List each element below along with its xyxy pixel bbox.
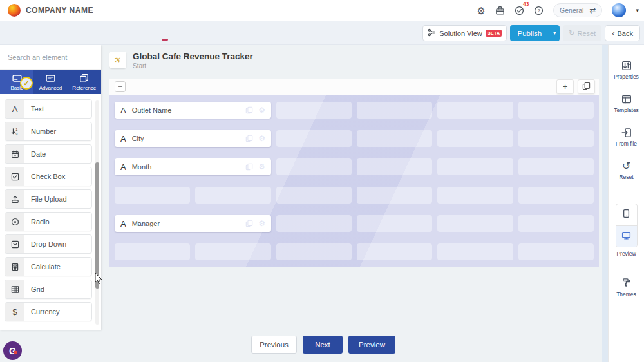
help-icon[interactable]: ? [534,6,544,15]
canvas-scroll-track[interactable] [602,45,608,362]
field-copy-icon[interactable] [245,135,253,142]
text-field-type-icon: A [120,162,126,172]
tools-rail: Properties Templates From file ↺ Reset P… [608,45,644,362]
mouse-cursor [95,273,103,287]
workspace-name: General [560,6,583,14]
element-item[interactable]: Date [5,144,92,164]
chevron-down-icon[interactable]: ▾ [636,7,639,14]
rail-item[interactable]: ↺ Reset [619,161,633,180]
copy-icon [582,82,591,92]
app-header: COMPANY NAME ⚙ 43 ? General ⇄ ▾ [0,0,644,21]
element-item[interactable]: Grid [5,280,92,299]
advanced-tab-icon [46,73,55,83]
text-field-type-icon: A [120,219,126,229]
sidebar-scrollbar[interactable] [95,100,99,325]
form-drop-area[interactable]: A Outlet Name ⚙ A City ⚙ A Month [109,95,599,267]
element-sidebar: Basic Advanced Reference A Text 19 Numbe… [0,45,101,330]
field-copy-icon[interactable] [245,163,253,171]
fields-layer: A Outlet Name ⚙ A City ⚙ A Month [109,95,599,267]
gear-icon[interactable]: ⚙ [477,6,486,15]
element-item[interactable]: $ Currency [5,302,92,321]
themes-icon [621,278,631,289]
tasks-icon[interactable]: 43 [515,6,524,15]
refresh-icon: ↻ [569,29,574,37]
process-navbar: Solution View BETA Publish ▾ ↻ Reset ‹ B… [0,21,644,45]
radio-icon [5,213,24,231]
element-category-tabs: Basic Advanced Reference [0,70,101,94]
next-button[interactable]: Next [303,336,343,354]
form-title: Global Cafe Revenue Tracker [133,52,253,61]
solution-view-icon [428,28,436,38]
field-copy-icon[interactable] [245,220,253,227]
templates-icon [621,94,632,104]
grid-icon [5,280,24,298]
element-category-tab[interactable]: Advanced [33,70,67,94]
field-copy-icon[interactable] [245,106,253,114]
monitor-icon [621,231,631,243]
duplicate-section-button[interactable] [578,79,595,94]
previous-button[interactable]: Previous [251,336,297,354]
themes-button[interactable]: Themes [609,278,644,298]
field-settings-icon[interactable]: ⚙ [258,106,265,115]
checkbox-icon [5,167,24,186]
text-icon: A [5,100,24,118]
form-field[interactable]: A Manager ⚙ [115,215,271,232]
number-icon: 19 [5,122,24,140]
mobile-preview-button[interactable] [616,204,637,225]
preview-rail-label: Preview [609,251,644,257]
back-button[interactable]: ‹ Back [605,25,640,41]
form-header: ✈ Global Cafe Revenue Tracker Start [109,52,253,70]
form-field[interactable]: A Month ⚙ [115,158,271,175]
file-upload-icon [5,190,24,208]
element-category-tab[interactable]: Reference [68,70,101,94]
sidebar-scrollbar-thumb[interactable] [95,162,99,289]
field-settings-icon[interactable]: ⚙ [258,162,265,171]
rail-item[interactable]: Templates [614,94,639,113]
element-item[interactable]: Radio [5,212,92,231]
tablet-icon [621,209,631,221]
properties-icon [621,61,632,71]
reference-tab-icon [79,73,89,83]
text-field-type-icon: A [120,106,126,115]
element-item[interactable]: Calculate [5,257,92,276]
search-input[interactable] [0,45,101,70]
rail-item[interactable]: Properties [614,61,639,80]
rail-item[interactable]: From file [616,128,637,147]
element-item[interactable]: A Text [5,99,92,119]
element-item[interactable]: 19 Number [5,122,92,141]
solution-view-button[interactable]: Solution View BETA [422,25,507,41]
element-item[interactable]: File Upload [5,189,92,209]
text-field-type-icon: A [120,134,126,144]
publish-caret-icon[interactable]: ▾ [549,25,560,41]
notification-badge: 43 [523,1,529,7]
field-settings-icon[interactable]: ⚙ [258,134,265,143]
marketplace-icon[interactable] [495,6,505,15]
workspace-switcher[interactable]: General ⇄ [553,3,602,17]
avatar[interactable] [612,3,626,17]
add-section-button[interactable]: + [556,79,574,94]
reset-button[interactable]: ↻ Reset [563,25,601,41]
desktop-preview-button[interactable] [616,225,637,247]
form-subtitle: Start [133,62,253,70]
element-item[interactable]: Check Box [5,167,92,186]
svg-text:1: 1 [15,128,17,131]
field-settings-icon[interactable]: ⚙ [258,219,265,228]
paper-plane-icon: ✈ [109,52,126,68]
brand-name: COMPANY NAME [26,6,93,15]
brand-logo-icon [8,4,21,17]
collapse-section-button[interactable]: − [115,81,126,92]
form-field[interactable]: A Outlet Name ⚙ [115,102,271,119]
process-tabs [140,21,238,45]
form-canvas: − + A Outlet Name ⚙ A City [109,79,599,267]
from-file-icon [621,128,632,138]
svg-text:?: ? [538,8,541,14]
beta-badge: BETA [486,30,502,37]
element-item[interactable]: Drop Down [5,234,92,254]
svg-text:9: 9 [15,131,17,135]
currency-icon: $ [5,303,24,321]
section-toolbar: − + [109,79,599,95]
preview-button[interactable]: Preview [348,336,395,354]
date-icon [5,145,24,163]
publish-button[interactable]: Publish ▾ [510,25,560,41]
form-field[interactable]: A City ⚙ [115,130,271,147]
